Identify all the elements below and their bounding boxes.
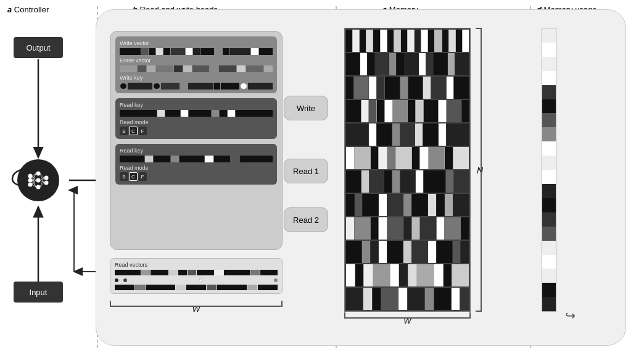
svg-line-49: [40, 183, 44, 187]
read-vector-bar-1: [115, 270, 278, 275]
svg-point-28: [28, 178, 33, 183]
read1-key-label: Read key: [120, 102, 273, 108]
read-vectors-group: Read vectors: [110, 258, 283, 294]
svg-point-29: [28, 183, 33, 187]
write-key-bar: [120, 83, 273, 90]
read1-mode-buttons: B C F: [120, 127, 273, 135]
output-box: Output: [14, 37, 63, 58]
diagram-container: a Controller b Read and write heads c Me…: [0, 0, 644, 355]
read2-mode-c[interactable]: C: [129, 172, 138, 181]
read2-key-bar: [120, 156, 273, 162]
read1-mode-label: Read mode: [120, 119, 273, 125]
label-a: a Controller: [7, 5, 49, 14]
read1-key-bar: [120, 110, 273, 117]
usage-strip: [542, 28, 556, 312]
write-group: Write vector Erase vector Write key: [115, 36, 277, 93]
read-vector-dots-1: [115, 277, 278, 283]
self-loop-symbol: ↩: [565, 308, 576, 323]
read1-group: Read key Read mode B C F: [115, 98, 277, 139]
read1-mode-b[interactable]: B: [120, 127, 128, 135]
neural-net-icon: [25, 167, 51, 193]
bracket-rw: [110, 301, 283, 307]
write-vector-label: Write vector: [120, 40, 273, 46]
memory-grid: [344, 28, 471, 312]
erase-vector-bar: [120, 65, 273, 72]
svg-point-27: [28, 174, 33, 178]
read2-mode-b[interactable]: B: [120, 172, 128, 181]
read2-mode-label: Read mode: [120, 165, 273, 171]
write-vector-bar: [120, 48, 273, 55]
svg-point-33: [44, 176, 49, 180]
read2-button[interactable]: Read 2: [284, 207, 328, 232]
svg-point-31: [36, 178, 41, 183]
read1-button[interactable]: Read 1: [284, 159, 328, 183]
svg-point-32: [36, 185, 41, 190]
write-button[interactable]: Write: [284, 96, 328, 120]
read2-key-label: Read key: [120, 148, 273, 154]
rw-inner-box: Write vector Erase vector Write key: [110, 31, 283, 250]
controller-circle: [17, 159, 59, 201]
input-box: Input: [14, 282, 63, 303]
write-key-label: Write key: [120, 75, 273, 81]
erase-vector-label: Erase vector: [120, 57, 273, 64]
read2-group: Read key Read mode B C F: [115, 144, 277, 185]
read2-mode-f[interactable]: F: [138, 172, 147, 181]
read1-mode-f[interactable]: F: [138, 127, 147, 135]
read1-mode-c[interactable]: C: [129, 127, 138, 135]
read2-mode-buttons: B C F: [120, 172, 273, 181]
svg-line-44: [40, 173, 44, 178]
svg-point-30: [36, 172, 41, 176]
read-vector-bar-2: [115, 285, 278, 290]
bracket-memory: [344, 312, 471, 319]
svg-point-34: [44, 181, 49, 185]
read-vectors-label: Read vectors: [115, 262, 278, 268]
bracket-n: [476, 28, 482, 312]
